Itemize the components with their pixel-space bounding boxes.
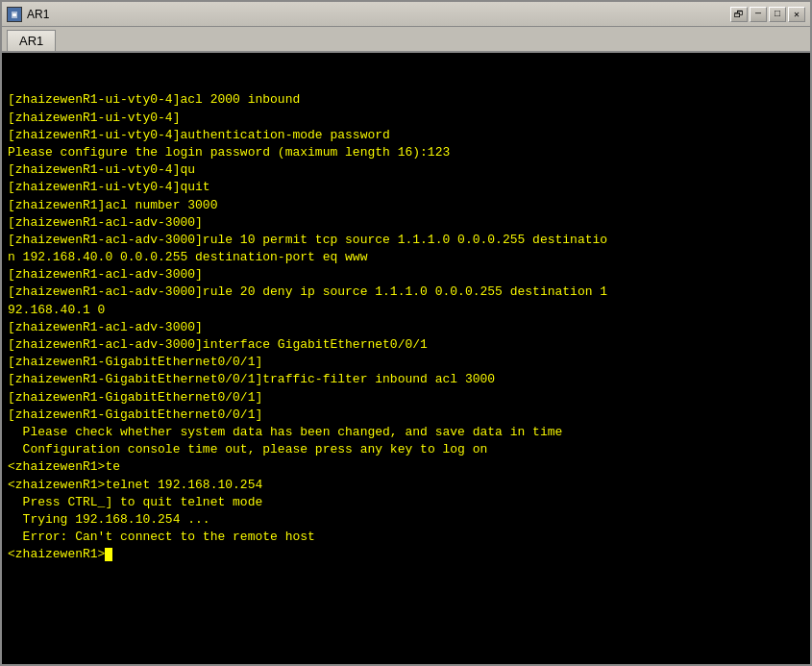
terminal-line: Press CTRL_] to quit telnet mode (8, 494, 804, 511)
terminal-line: Trying 192.168.10.254 ... (8, 511, 804, 529)
title-bar: ▣ AR1 🗗 ─ □ ✕ (2, 2, 810, 27)
app-icon-text: ▣ (12, 9, 17, 20)
terminal-line: [zhaizewenR1-GigabitEthernet0/0/1] (8, 407, 804, 424)
close-icon: ✕ (794, 9, 800, 20)
terminal-line: [zhaizewenR1-acl-adv-3000] (8, 319, 804, 336)
terminal-line: [zhaizewenR1-ui-vty0-4]qu (8, 161, 804, 179)
terminal-line: [zhaizewenR1-ui-vty0-4]quit (8, 179, 804, 196)
maximize-icon: □ (775, 9, 780, 19)
terminal-line: [zhaizewenR1-ui-vty0-4]acl 2000 inbound (8, 91, 804, 109)
title-bar-left: ▣ AR1 (7, 7, 49, 22)
terminal-line: [zhaizewenR1-GigabitEthernet0/0/1]traffi… (8, 371, 804, 388)
terminal-line: <zhaizewenR1>te (8, 458, 804, 476)
main-window: ▣ AR1 🗗 ─ □ ✕ AR1 [zhaizewenR1-ui-vty0-4… (0, 0, 812, 666)
terminal-line: Please check whether system data has bee… (8, 424, 804, 441)
tab-bar: AR1 (2, 27, 810, 53)
terminal-line: [zhaizewenR1-ui-vty0-4] (8, 110, 804, 127)
terminal-line: Error: Can't connect to the remote host (8, 529, 804, 546)
terminal-line: Please configure the login password (max… (8, 144, 804, 161)
terminal-line: [zhaizewenR1-GigabitEthernet0/0/1] (8, 389, 804, 407)
terminal-line: [zhaizewenR1-acl-adv-3000] (8, 214, 804, 232)
restore-button[interactable]: 🗗 (730, 7, 748, 22)
terminal-line: <zhaizewenR1>telnet 192.168.10.254 (8, 477, 804, 494)
terminal-line: 92.168.40.1 0 (8, 302, 804, 319)
terminal-line: [zhaizewenR1-acl-adv-3000] (8, 266, 804, 284)
minimize-icon: ─ (755, 9, 761, 19)
terminal-line: [zhaizewenR1-GigabitEthernet0/0/1] (8, 354, 804, 371)
app-icon: ▣ (7, 7, 22, 22)
maximize-button[interactable]: □ (769, 7, 786, 22)
terminal-line: Configuration console time out, please p… (8, 441, 804, 458)
terminal-line: [zhaizewenR1-ui-vty0-4]authentication-mo… (8, 127, 804, 144)
cursor (105, 548, 112, 561)
close-button[interactable]: ✕ (788, 7, 805, 22)
title-bar-buttons: 🗗 ─ □ ✕ (730, 7, 805, 22)
terminal-line: [zhaizewenR1-acl-adv-3000]rule 10 permit… (8, 232, 804, 249)
terminal-line: [zhaizewenR1]acl number 3000 (8, 197, 804, 214)
terminal-line: [zhaizewenR1-acl-adv-3000]rule 20 deny i… (8, 284, 804, 301)
window-title: AR1 (27, 8, 49, 21)
terminal-output[interactable]: [zhaizewenR1-ui-vty0-4]acl 2000 inbound[… (2, 53, 810, 664)
terminal-line: n 192.168.40.0 0.0.0.255 destination-por… (8, 249, 804, 266)
minimize-button[interactable]: ─ (750, 7, 767, 22)
terminal-line: [zhaizewenR1-acl-adv-3000]interface Giga… (8, 336, 804, 354)
restore-icon: 🗗 (734, 9, 744, 20)
tab-ar1[interactable]: AR1 (7, 30, 56, 51)
terminal-line: <zhaizewenR1> (8, 546, 804, 563)
terminal-area: [zhaizewenR1-ui-vty0-4]acl 2000 inbound[… (2, 53, 810, 664)
